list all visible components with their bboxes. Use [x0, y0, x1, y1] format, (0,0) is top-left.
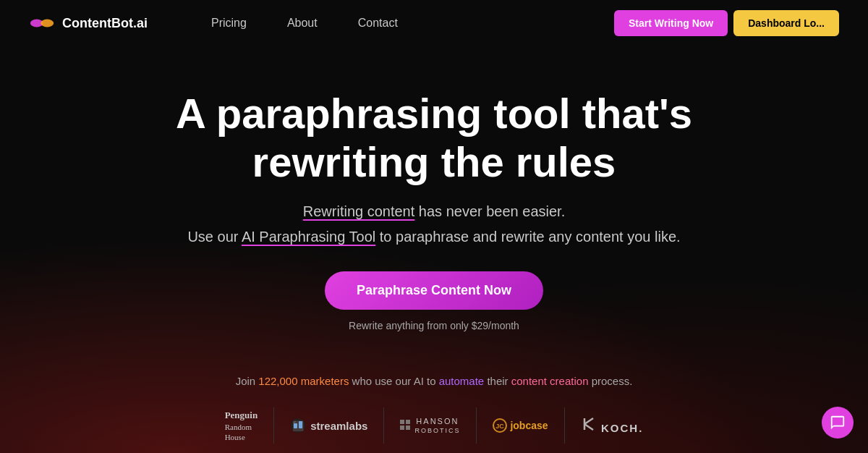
sp-end: process.: [592, 375, 633, 387]
dashboard-login-button[interactable]: Dashboard Lo...: [733, 10, 839, 36]
svg-text:JC: JC: [496, 423, 505, 430]
svg-line-14: [584, 424, 593, 430]
streamlabs-icon: ⬛: [290, 418, 306, 433]
svg-point-1: [41, 20, 54, 27]
brand-hanson: HANSON ROBOTICS: [384, 407, 477, 444]
logo-link[interactable]: ContentBot.ai: [29, 13, 148, 33]
subtitle2-before: Use our: [187, 229, 241, 245]
logo-icon: [29, 13, 55, 33]
nav-about[interactable]: About: [267, 11, 338, 35]
hero-subtitle-2: Use our AI Paraphrasing Tool to paraphra…: [187, 229, 680, 245]
cta-subtext: Rewrite anything from only $29/month: [349, 320, 519, 331]
social-proof-section: Join 122,000 marketers who use our AI to…: [0, 375, 868, 444]
hero-title: A paraphrasing tool that's rewriting the…: [109, 90, 760, 186]
koch-k-icon: [581, 416, 597, 432]
brand-prh: Penguin Random House: [209, 407, 275, 444]
brand-streamlabs: ⬛ streamlabs: [274, 407, 384, 444]
chat-bubble-button[interactable]: [822, 407, 854, 439]
nav-links: Pricing About Contact: [191, 11, 418, 35]
subtitle2-after: to paraphrase and rewrite any content yo…: [380, 229, 681, 245]
start-writing-button[interactable]: Start Writing Now: [614, 10, 728, 36]
jobcase-icon: JC: [493, 418, 507, 433]
svg-rect-5: [299, 421, 302, 428]
svg-rect-9: [406, 426, 410, 430]
navbar: ContentBot.ai Pricing About Contact Star…: [0, 0, 868, 46]
rewriting-content-text: Rewriting content: [303, 203, 415, 219]
sp-content-creation: content creation: [511, 375, 589, 387]
brand-koch: KOCH.: [565, 407, 660, 444]
paraphrase-cta-button[interactable]: Paraphrase Content Now: [325, 271, 543, 310]
ai-paraphrasing-tool-text: AI Paraphrasing Tool: [242, 229, 375, 245]
social-proof-text: Join 122,000 marketers who use our AI to…: [0, 375, 868, 387]
hanson-icon: [400, 420, 412, 431]
logo-text: ContentBot.ai: [62, 16, 148, 31]
hero-subtitle-1: Rewriting content has never been easier.: [303, 203, 565, 220]
sp-their: their: [487, 375, 511, 387]
hero-section: A paraphrasing tool that's rewriting the…: [0, 46, 868, 368]
svg-rect-7: [406, 420, 410, 424]
subtitle1-plain: has never been easier.: [419, 203, 565, 219]
chat-icon: [830, 415, 846, 431]
sp-automate: automate: [439, 375, 485, 387]
svg-rect-8: [400, 426, 404, 430]
brand-jobcase: JC jobcase: [477, 407, 564, 444]
sp-middle: who use our AI to: [352, 375, 439, 387]
sp-before: Join: [236, 375, 259, 387]
sp-marketers: 122,000 marketers: [258, 375, 349, 387]
svg-line-13: [584, 418, 593, 424]
brand-logo-bar: Penguin Random House ⬛ streamlabs: [0, 407, 868, 444]
svg-rect-6: [400, 420, 404, 424]
nav-actions: Start Writing Now Dashboard Lo...: [614, 10, 839, 36]
nav-contact[interactable]: Contact: [338, 11, 418, 35]
nav-pricing[interactable]: Pricing: [191, 11, 267, 35]
svg-rect-4: [294, 423, 297, 428]
